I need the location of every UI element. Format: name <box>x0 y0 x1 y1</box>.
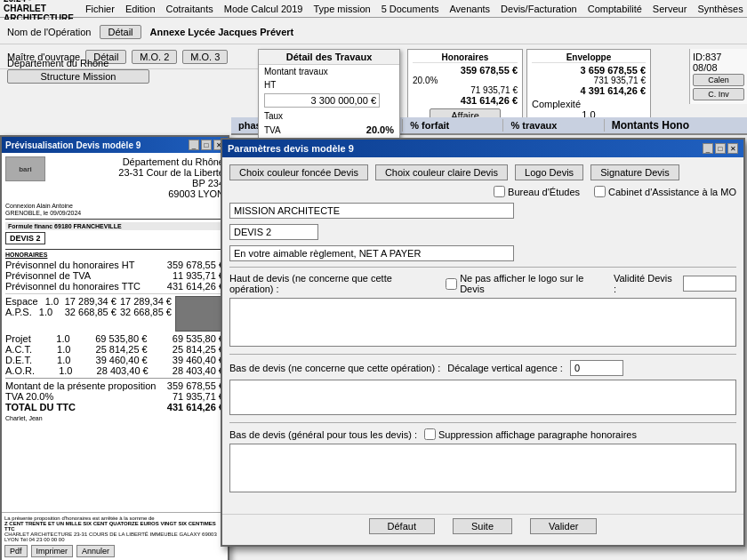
menu-mode-calcul[interactable]: Mode Calcul 2019 <box>220 3 308 15</box>
preview-maximize-btn[interactable]: □ <box>201 140 212 150</box>
decalage-label: Décalage vertical agence : <box>447 363 563 373</box>
valider-button[interactable]: Valider <box>530 518 597 534</box>
menu-type-mission[interactable]: Type mission <box>309 3 374 15</box>
no-logo-input[interactable] <box>446 278 457 290</box>
honoraires-value3: 431 614,26 € <box>413 95 518 106</box>
structure-mission-button[interactable]: Structure Mission <box>7 69 149 84</box>
bas-devis-general-label: Bas de devis (général pour tous les devi… <box>229 429 417 440</box>
preview-hono-tva-label: Prévisonnel de TVA <box>5 270 91 281</box>
preview-minimize-btn[interactable]: _ <box>189 140 199 150</box>
cinv-button[interactable]: C. Inv <box>693 88 744 100</box>
params-close-btn[interactable]: ✕ <box>727 143 738 154</box>
preview-total-tva: 71 935,71 € <box>173 391 224 402</box>
envelope-value3: 4 391 614,26 € <box>532 85 646 96</box>
params-row-1b: Bureau d'Études Cabinet d'Assistance à l… <box>229 186 736 197</box>
menu-comptabilite[interactable]: Comptabilité <box>583 3 647 15</box>
menu-bar: MEDICIS 26 - V 26.24 - CHARLET ARCHITECT… <box>0 0 747 18</box>
cabinet-mo-checkbox[interactable]: Cabinet d'Assistance à la MO <box>594 186 736 197</box>
detail-button[interactable]: Détail <box>100 25 141 39</box>
mo2-button[interactable]: M.O. 2 <box>132 50 177 64</box>
bureau-etudes-checkbox[interactable]: Bureau d'Études <box>494 186 580 197</box>
honoraires-panel: Honoraires 359 678,55 € 20.0% 71 935,71 … <box>407 49 523 126</box>
cabinet-mo-input[interactable] <box>594 186 606 197</box>
params-row-paiement <box>229 245 736 261</box>
devis-input[interactable] <box>229 224 318 240</box>
preview-hono-tva: 11 935,71 € <box>173 270 224 281</box>
far-right-id: ID:837 <box>693 52 744 62</box>
menu-edition[interactable]: Edition <box>121 3 160 15</box>
preview-other-rows: Projet1.069 535,80 €69 535,80 € A.C.T.1.… <box>5 333 224 376</box>
preview-architect-label: Connexion Alain Antoine <box>5 203 224 209</box>
couleur-foncee-button[interactable]: Choix couleur foncée Devis <box>229 164 368 180</box>
bureau-etudes-input[interactable] <box>494 186 505 197</box>
preview-titlebar: Prévisualisation Devis modèle 9 _ □ ✕ <box>2 137 228 153</box>
menu-5-documents[interactable]: 5 Documents <box>377 3 444 15</box>
decalage-input[interactable] <box>570 360 623 376</box>
operation-name: Annexe Lycée Jacques Prévert <box>150 27 294 37</box>
menu-syntheses[interactable]: Synthèses <box>693 3 747 15</box>
menu-devis-facturation[interactable]: Devis/Facturation <box>496 3 582 15</box>
calen-button[interactable]: Calen <box>693 74 744 86</box>
bas-devis-textarea[interactable] <box>229 380 736 415</box>
print-button[interactable]: Imprimer <box>31 545 74 557</box>
menu-serveur[interactable]: Serveur <box>648 3 692 15</box>
no-logo-label: Ne pas afficher le logo sur le Devis <box>460 273 606 294</box>
params-row-devis <box>229 224 736 240</box>
preview-address: Département du Rhône 23-31 Cour de la Li… <box>118 156 224 199</box>
menu-fichier[interactable]: Fichier <box>81 3 119 15</box>
preview-date-grenoble: GRENOBLE, le 09/09/2024 <box>5 210 224 216</box>
suppression-checkbox[interactable]: Suppression affichage paragraphe honorai… <box>424 428 637 440</box>
logo-devis-button[interactable]: Logo Devis <box>515 164 583 180</box>
bas-devis-general-textarea[interactable] <box>229 444 736 492</box>
mo3-button[interactable]: M.O. 3 <box>182 50 228 64</box>
no-logo-checkbox[interactable]: Ne pas afficher le logo sur le Devis <box>446 273 606 294</box>
complexite-label: Complexité <box>532 99 581 109</box>
taux-value: 20.0% <box>366 124 394 135</box>
app-window: MEDICIS 26 - V 26.24 - CHARLET ARCHITECT… <box>0 0 747 560</box>
preview-hono-ht-label: Prévisonnel du honoraires HT <box>5 260 135 270</box>
params-body: Choix couleur foncée Devis Choix couleur… <box>222 157 743 501</box>
suppression-input[interactable] <box>424 428 436 440</box>
params-dialog: Paramètres devis modèle 9 _ □ ✕ Choix co… <box>221 138 745 547</box>
preview-bottom: La présente proposition d'honoraires est… <box>2 512 228 560</box>
preview-total-ttc: 431 614,26 € <box>167 402 224 412</box>
params-row-1: Choix couleur foncée Devis Choix couleur… <box>229 164 736 180</box>
preview-thumbnail <box>175 296 224 332</box>
far-right-date: 08/08 <box>693 62 744 73</box>
far-right-panel: ID:837 08/08 Calen C. Inv <box>689 49 747 104</box>
honoraires-title: Honoraires <box>413 52 518 63</box>
haut-devis-textarea[interactable] <box>229 298 736 347</box>
preview-total-ht: 359 678,55 € <box>167 380 224 391</box>
signature-devis-button[interactable]: Signature Devis <box>590 164 679 180</box>
montant-travaux-label: Montant travaux <box>264 67 328 76</box>
menu-cotraitants[interactable]: Cotraitants <box>162 3 218 15</box>
bas-devis-general-row: Bas de devis (général pour tous les devi… <box>229 428 736 440</box>
suite-button[interactable]: Suite <box>453 518 512 534</box>
params-maximize-btn[interactable]: □ <box>715 143 726 154</box>
paiement-input[interactable] <box>229 245 514 261</box>
defaut-button[interactable]: Défaut <box>369 518 435 534</box>
params-dialog-title: Paramètres devis modèle 9 <box>228 143 354 154</box>
preview-hono-ttc-label: Prévisonnel du honoraires TTC <box>5 281 141 292</box>
tva-label: TVA <box>264 125 281 135</box>
couleur-claire-button[interactable]: Choix couleur claire Devis <box>375 164 508 180</box>
preview-tva-pct: TVA 20.0% <box>5 391 53 402</box>
preview-address-dept: Département du Rhône <box>118 156 224 167</box>
pdf-button[interactable]: Pdf <box>4 545 28 557</box>
divider-2 <box>229 354 736 355</box>
mission-input[interactable] <box>229 203 514 219</box>
detail-travaux-header: Détail des Travaux <box>259 50 399 65</box>
annuler-preview-button[interactable]: Annuler <box>76 545 115 557</box>
params-minimize-btn[interactable]: _ <box>703 143 713 154</box>
montant-input[interactable] <box>264 93 380 108</box>
preview-bottom-text2: Z CENT TRENTE ET UN MILLE SIX CENT QUATO… <box>4 521 225 532</box>
envelope-panel: Enveloppe 3 659 678,55 € 731 935,71 € 4 … <box>526 49 651 124</box>
menu-avenants[interactable]: Avenants <box>445 3 494 15</box>
operation-row: Nom de l'Opération Détail Annexe Lycée J… <box>0 20 747 44</box>
validite-input[interactable] <box>683 276 736 292</box>
haut-devis-label: Haut de devis (ne concerne que cette opé… <box>229 273 438 294</box>
ht-label: HT <box>264 80 276 90</box>
preview-hono-section: HONORAIRES <box>5 252 224 258</box>
bureau-etudes-label: Bureau d'Études <box>508 187 580 197</box>
preview-pdf-row: Pdf Imprimer Annuler <box>4 545 225 557</box>
